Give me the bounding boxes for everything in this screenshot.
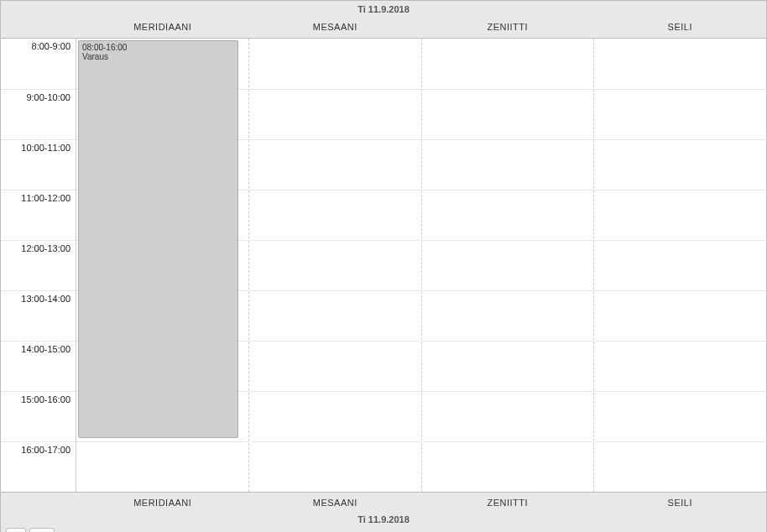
resource-column[interactable] xyxy=(594,39,766,492)
hour-line xyxy=(422,341,594,342)
time-slot-label: 16:00-17:00 xyxy=(1,441,76,492)
time-slot-label: 12:00-13:00 xyxy=(1,240,76,290)
resource-header: SEILI xyxy=(594,22,767,32)
hour-line xyxy=(594,290,766,291)
resource-header: MERIDIAANI xyxy=(76,22,249,32)
event-time: 08:00-16:00 xyxy=(82,43,234,52)
footer-columns: MERIDIAANI MESAANI ZENIITTI SEILI xyxy=(1,493,766,513)
time-slot-label: 10:00-11:00 xyxy=(1,139,76,190)
hour-line xyxy=(594,89,766,90)
hour-line xyxy=(249,190,421,190)
hour-line xyxy=(594,341,766,342)
resource-footer: MERIDIAANI xyxy=(76,498,249,508)
prev-button[interactable] xyxy=(6,528,26,532)
calendar-grid: 8:00-9:009:00-10:0010:00-11:0011:00-12:0… xyxy=(1,39,766,492)
hour-line xyxy=(422,190,594,190)
hour-line xyxy=(422,139,594,140)
resource-footer: SEILI xyxy=(594,498,767,508)
resource-column[interactable] xyxy=(422,39,595,492)
hour-line xyxy=(76,441,248,442)
hour-line xyxy=(422,290,594,291)
time-gutter: 8:00-9:009:00-10:0010:00-11:0011:00-12:0… xyxy=(1,39,76,492)
hour-line xyxy=(422,89,594,90)
calendar-header: Ti 11.9.2018 MERIDIAANI MESAANI ZENIITTI… xyxy=(1,1,766,39)
hour-line xyxy=(594,441,766,442)
hour-line xyxy=(594,240,766,241)
prev-fast-button[interactable] xyxy=(29,528,55,532)
hour-line xyxy=(422,391,594,392)
hour-line xyxy=(249,391,421,392)
resource-header: ZENIITTI xyxy=(421,22,594,32)
resource-footer: MESAANI xyxy=(249,498,422,508)
time-slot-label: 8:00-9:00 xyxy=(1,39,76,89)
resource-footer: ZENIITTI xyxy=(421,498,594,508)
hour-line xyxy=(249,89,421,90)
hour-line xyxy=(422,240,594,241)
calendar-day-view: Ti 11.9.2018 MERIDIAANI MESAANI ZENIITTI… xyxy=(0,0,767,532)
calendar-event[interactable]: 08:00-16:00Varaus xyxy=(78,40,238,438)
resource-columns: 08:00-16:00Varaus xyxy=(76,39,766,492)
hour-line xyxy=(249,139,421,140)
header-date: Ti 11.9.2018 xyxy=(1,1,766,16)
resource-column[interactable]: 08:00-16:00Varaus xyxy=(76,39,249,492)
header-columns: MERIDIAANI MESAANI ZENIITTI SEILI xyxy=(1,16,766,38)
hour-line xyxy=(249,290,421,291)
resource-header: MESAANI xyxy=(249,22,422,32)
time-slot-label: 14:00-15:00 xyxy=(1,341,76,391)
resource-column[interactable] xyxy=(249,39,422,492)
hour-line xyxy=(249,341,421,342)
footer-date: Ti 11.9.2018 xyxy=(1,513,766,524)
hour-line xyxy=(422,441,594,442)
calendar-footer: MERIDIAANI MESAANI ZENIITTI SEILI Ti 11.… xyxy=(1,492,766,532)
time-slot-label: 11:00-12:00 xyxy=(1,190,76,240)
event-title: Varaus xyxy=(82,52,234,61)
time-slot-label: 15:00-16:00 xyxy=(1,391,76,441)
hour-line xyxy=(249,240,421,241)
hour-line xyxy=(249,441,421,442)
time-slot-label: 13:00-14:00 xyxy=(1,290,76,341)
hour-line xyxy=(594,391,766,392)
nav-buttons xyxy=(1,524,766,532)
hour-line xyxy=(594,139,766,140)
hour-line xyxy=(594,190,766,190)
time-slot-label: 9:00-10:00 xyxy=(1,89,76,139)
